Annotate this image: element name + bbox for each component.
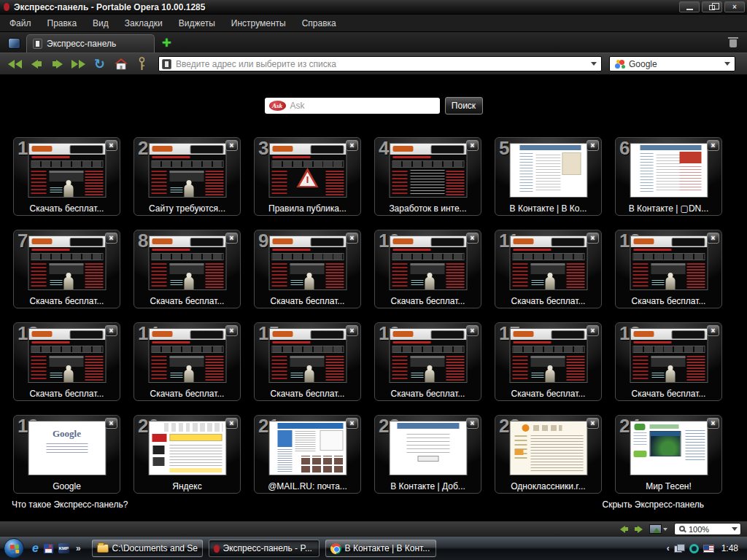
speed-dial-cell[interactable]: 8×Скачать бесплат... (133, 230, 241, 308)
reload-button[interactable]: ↻ (89, 55, 110, 74)
speed-dial-cell[interactable]: 19×GoogleGoogle (13, 415, 120, 494)
panels-toggle-button[interactable] (4, 34, 24, 52)
tab-speed-dial[interactable]: Экспресс-панель (26, 34, 155, 52)
new-tab-button[interactable]: + (162, 36, 171, 50)
taskbar-button[interactable]: Экспресс-панель - P... (209, 540, 320, 557)
system-tray: ‹ 1:48 (667, 543, 743, 553)
speed-dial-cell[interactable]: 14×Скачать бесплат... (133, 322, 241, 401)
fast-forward-button[interactable] (68, 55, 89, 74)
address-bar[interactable]: Введите адрес или выберите из списка (158, 56, 602, 71)
menu-item[interactable]: Закладки (117, 16, 171, 31)
speed-dial-cell[interactable]: 22×В Контакте | Доб... (374, 415, 481, 494)
hide-speed-dial-link[interactable]: Скрыть Экспресс-панель (603, 499, 704, 510)
menu-item[interactable]: Виджеты (171, 16, 223, 31)
dial-close-button[interactable]: × (707, 325, 719, 336)
search-box[interactable]: Google (609, 56, 735, 71)
speed-dial-cell[interactable]: 11×Скачать бесплат... (495, 230, 602, 308)
dial-close-button[interactable]: × (466, 325, 479, 336)
restore-button[interactable] (702, 1, 722, 12)
dial-close-button[interactable]: × (225, 325, 238, 336)
ask-search-button[interactable]: Поиск (445, 97, 483, 114)
dial-close-button[interactable]: × (105, 325, 117, 336)
dial-close-button[interactable]: × (346, 233, 358, 244)
dial-close-button[interactable]: × (466, 233, 479, 244)
rewind-button[interactable] (4, 55, 26, 74)
ie-icon[interactable]: e (32, 542, 39, 554)
back-arrow-icon (31, 60, 42, 69)
dial-close-button[interactable]: × (105, 418, 117, 429)
speed-dial-cell[interactable]: 2×Сайту требуются... (133, 137, 241, 216)
minimize-button[interactable] (679, 1, 700, 12)
dial-close-button[interactable]: × (105, 233, 117, 244)
speed-dial-cell[interactable]: 6×В Контакте | ▢DN... (615, 137, 722, 216)
dial-close-button[interactable]: × (707, 233, 719, 244)
speed-dial-cell[interactable]: 15×Скачать бесплат... (254, 322, 361, 401)
ask-search-input[interactable]: Ask Ask (265, 98, 440, 114)
dial-close-button[interactable]: × (346, 418, 358, 429)
speed-dial-cell[interactable]: 9×Скачать бесплат... (254, 230, 361, 308)
speed-dial-cell[interactable]: 18×Скачать бесплат... (615, 322, 722, 401)
taskbar-button[interactable]: C:\Documents and Se... (92, 540, 203, 557)
speed-dial-cell[interactable]: 4×Заработок в инте... (374, 137, 481, 216)
dial-close-button[interactable]: × (587, 418, 599, 429)
image-mode-button[interactable] (649, 524, 667, 534)
save-program-icon[interactable] (44, 544, 53, 553)
zoom-control[interactable]: 100% (674, 523, 741, 535)
start-button[interactable] (4, 538, 24, 559)
tray-app-icon[interactable] (689, 544, 699, 553)
speed-dial-cell[interactable]: 10×Скачать бесплат... (374, 230, 481, 308)
dial-close-button[interactable]: × (466, 418, 479, 429)
forward-button[interactable] (47, 55, 68, 74)
menu-item[interactable]: Вид (85, 16, 117, 31)
wand-button[interactable] (131, 55, 152, 74)
close-button[interactable]: × (724, 1, 745, 12)
dial-close-button[interactable]: × (707, 140, 719, 151)
speed-dial-cell[interactable]: 1×Скачать бесплат... (13, 137, 120, 216)
speed-dial-cell[interactable]: 7×Скачать бесплат... (13, 230, 120, 308)
dial-close-button[interactable]: × (587, 140, 599, 151)
quick-launch-overflow-chevron[interactable]: » (76, 543, 81, 553)
menu-item[interactable]: Правка (39, 16, 85, 31)
dial-close-button[interactable]: × (225, 418, 238, 429)
taskbar-clock[interactable]: 1:48 (719, 543, 741, 553)
dial-close-button[interactable]: × (587, 233, 599, 244)
taskbar-button[interactable]: В Контакте | В Конт... (325, 540, 436, 557)
speed-dial-cell[interactable]: 21×@MAIL.RU: почта... (254, 415, 361, 494)
speed-dial-cell[interactable]: 13×Скачать бесплат... (13, 322, 120, 401)
dial-number: 7 (18, 230, 28, 252)
dial-close-button[interactable]: × (587, 325, 599, 336)
speed-dial-cell[interactable]: 3×Правила публика... (254, 137, 361, 216)
address-dropdown-icon[interactable] (591, 62, 597, 66)
dial-close-button[interactable]: × (225, 140, 238, 151)
search-dropdown-icon[interactable] (724, 62, 730, 66)
speed-dial-cell[interactable]: 23×Одноклассники.r... (495, 415, 602, 494)
kmplayer-icon[interactable]: KMP (58, 543, 69, 553)
speed-dial-cell[interactable]: 17×Скачать бесплат... (495, 322, 602, 401)
menu-item[interactable]: Инструменты (223, 16, 294, 31)
dial-close-button[interactable]: × (105, 140, 117, 151)
dial-close-button[interactable]: × (707, 418, 719, 429)
dial-close-button[interactable]: × (346, 325, 358, 336)
dial-thumbnail (510, 236, 587, 289)
dial-close-button[interactable]: × (466, 140, 479, 151)
opera-logo-icon[interactable] (4, 3, 9, 11)
dial-close-button[interactable]: × (346, 140, 358, 151)
back-button[interactable] (26, 55, 47, 74)
dial-close-button[interactable]: × (225, 233, 238, 244)
closed-tabs-trash-button[interactable] (727, 36, 740, 49)
tray-chevron-icon[interactable]: ‹ (667, 543, 670, 553)
menu-item[interactable]: Файл (1, 16, 39, 31)
speed-dial-cell[interactable]: 16×Скачать бесплат... (374, 322, 481, 401)
status-back-button[interactable] (620, 526, 628, 533)
dial-title: @MAIL.RU: почта... (258, 481, 357, 491)
status-forward-button[interactable] (635, 526, 643, 533)
language-flag-icon[interactable] (703, 545, 714, 553)
help-link[interactable]: Что такое Экспресс-панель? (12, 499, 128, 510)
speed-dial-cell[interactable]: 12×Скачать бесплат... (615, 230, 722, 308)
menu-item[interactable]: Справка (294, 16, 344, 31)
home-button[interactable] (110, 55, 131, 74)
network-icon[interactable] (674, 544, 685, 553)
speed-dial-cell[interactable]: 5×В Контакте | В Ко... (495, 137, 602, 216)
speed-dial-cell[interactable]: 24×Мир Тесен! (615, 415, 722, 494)
speed-dial-cell[interactable]: 20×Яндекс (133, 415, 241, 494)
